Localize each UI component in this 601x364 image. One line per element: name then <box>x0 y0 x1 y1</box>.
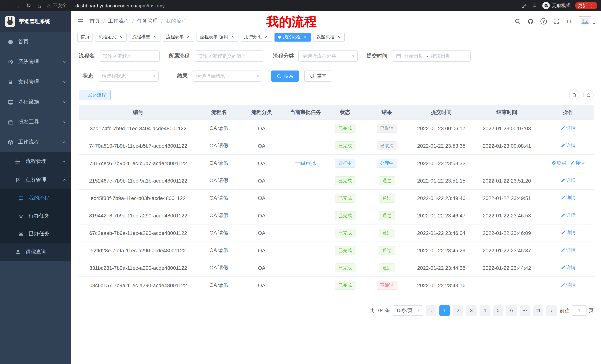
tag-start-process[interactable]: 发起流程× <box>313 32 345 41</box>
tag-process-form-edit[interactable]: 流程表单-编辑× <box>197 32 239 41</box>
search-button[interactable]: 搜索 <box>271 70 299 82</box>
sidebar-item-home[interactable]: 首页 <box>0 32 71 52</box>
page-button-2[interactable]: 2 <box>453 305 463 316</box>
prev-page-button[interactable]: ‹ <box>426 305 436 316</box>
page-size-select[interactable]: 10条/页 ▾ <box>393 305 423 316</box>
detail-link[interactable]: 详情 <box>561 282 576 288</box>
table-row: 3ad174fb-7b9d-11ec-8404-acde48001122 OA … <box>79 119 594 137</box>
cell-category: OA <box>240 189 283 207</box>
incognito-chip[interactable]: 无痕模式 <box>542 2 571 9</box>
process-definition-input[interactable] <box>194 50 264 62</box>
close-icon[interactable]: × <box>336 34 341 39</box>
more-pages-button[interactable]: ••• <box>520 305 530 316</box>
forward-icon[interactable]: → <box>14 2 21 9</box>
address-bar[interactable]: dashboard.yudao.iocoder.cn/bpm/task/my <box>75 3 165 8</box>
sidebar-item-done-task[interactable]: 已办任务 <box>0 225 71 243</box>
breadcrumb-item[interactable]: 工作流程 <box>108 18 129 25</box>
detail-link[interactable]: 详情 <box>561 143 576 149</box>
detail-link[interactable]: 详情 <box>561 177 576 184</box>
status-tag: 已完成 <box>335 176 355 185</box>
user-menu[interactable]: ▾ <box>579 16 595 26</box>
home-browser-icon[interactable]: ⌂ <box>36 2 43 9</box>
status-select[interactable]: 请选择状态 ▾ <box>98 70 159 82</box>
cell-category: OA <box>240 259 283 277</box>
search-icon[interactable] <box>514 18 521 24</box>
refresh-table-icon[interactable] <box>583 90 594 100</box>
status-tag: 已完成 <box>335 124 355 133</box>
current-task-link[interactable]: 一级审批 <box>295 160 316 166</box>
page-button-11[interactable]: 11 <box>533 305 543 316</box>
page-button-4[interactable]: 4 <box>480 305 490 316</box>
table-row: 7317cec6-7b9b-11ec-b5b7-acde48001122 OA … <box>79 154 594 172</box>
sidebar-item-devtools[interactable]: 研发工具 <box>0 112 71 132</box>
page-button-5[interactable]: 5 <box>493 305 503 316</box>
detail-link[interactable]: 详情 <box>561 195 576 201</box>
close-icon[interactable]: × <box>186 34 191 39</box>
close-icon[interactable]: × <box>230 34 235 39</box>
font-size-icon[interactable]: TT <box>566 18 572 24</box>
category-select[interactable]: 请选择流程分类 ▾ <box>298 50 358 62</box>
sidebar-item-payment[interactable]: ¥ 支付管理 <box>0 72 71 92</box>
tag-process-model[interactable]: 流程模型× <box>129 32 160 41</box>
close-icon[interactable]: × <box>152 34 157 39</box>
cube-icon <box>7 139 14 145</box>
calendar-icon <box>396 53 401 59</box>
table-toolbar: + 发起流程 <box>79 90 594 100</box>
detail-link[interactable]: 详情 <box>561 230 576 236</box>
github-icon[interactable] <box>527 18 534 24</box>
sidebar-item-system[interactable]: 系统管理 <box>0 52 71 72</box>
tag-process-form[interactable]: 流程表单× <box>163 32 194 41</box>
key-icon[interactable] <box>521 3 527 8</box>
sidebar-item-task-mgmt[interactable]: 任务管理 <box>0 171 71 189</box>
goto-page-input[interactable] <box>572 305 587 316</box>
sidebar-item-leave-query[interactable]: 请假查询 <box>0 243 71 261</box>
breadcrumb-item[interactable]: 任务管理 <box>137 18 158 25</box>
close-icon[interactable]: × <box>264 34 269 39</box>
browser-menu-icon[interactable]: ⋮ <box>590 3 594 8</box>
start-process-button[interactable]: + 发起流程 <box>79 90 111 100</box>
table-row: 03c6c157-7b9a-11ec-a290-acde48001122 OA … <box>79 277 594 294</box>
back-icon[interactable]: ← <box>4 2 10 9</box>
filter-label-name: 流程名 <box>79 53 94 59</box>
page-button-3[interactable]: 3 <box>466 305 477 316</box>
submit-time-range-picker[interactable]: 开始日期 - 结束日期 <box>392 50 471 62</box>
fullscreen-icon[interactable] <box>553 18 559 24</box>
scissors-icon <box>18 231 24 237</box>
app-logo[interactable]: 芋道管理系统 <box>0 11 71 32</box>
sidebar-item-infra[interactable]: 基础设施 <box>0 92 71 112</box>
detail-link[interactable]: 详情 <box>561 125 576 131</box>
sidebar-item-todo-task[interactable]: 待办任务 <box>0 207 71 225</box>
detail-link[interactable]: 详情 <box>561 265 576 271</box>
cell-process-id: ec45f38f-7b9a-11ec-b03b-acde48001122 <box>79 189 198 207</box>
show-search-icon[interactable] <box>569 90 580 100</box>
update-button[interactable]: 更新 ⋮ <box>575 2 597 9</box>
page-button-6[interactable]: 6 <box>506 305 517 316</box>
reload-icon[interactable]: ↻ <box>25 2 32 9</box>
next-page-button[interactable]: › <box>546 305 557 316</box>
sidebar-item-workflow[interactable]: 工作流程 <box>0 132 71 152</box>
tag-user-group[interactable]: 用户分组× <box>241 32 272 41</box>
breadcrumb-item[interactable]: 首页 <box>90 18 100 25</box>
result-select[interactable]: 请选择流结果 ▾ <box>192 70 262 82</box>
cell-status: 已完成 <box>328 224 362 241</box>
sidebar-item-my-process[interactable]: 我的流程 <box>0 189 71 207</box>
tag-home[interactable]: 首页 <box>77 32 93 41</box>
tag-my-process[interactable]: 我的流程× <box>274 32 311 41</box>
sidebar-item-process-mgmt[interactable]: 流程管理 <box>0 152 71 171</box>
tag-process-definition[interactable]: 流程定义× <box>95 32 127 41</box>
detail-link[interactable]: 详情 <box>570 160 585 166</box>
close-icon[interactable]: × <box>302 34 308 39</box>
cancel-link[interactable]: 取消 <box>551 160 566 166</box>
detail-link[interactable]: 详情 <box>561 247 576 253</box>
process-name-input[interactable] <box>99 50 160 62</box>
hamburger-icon[interactable] <box>77 18 84 24</box>
security-chip[interactable]: ⚠ 不安全 <box>47 2 67 9</box>
close-icon[interactable]: × <box>118 34 123 39</box>
filter-label-status: 状态 <box>83 73 93 79</box>
status-tag: 已完成 <box>335 141 355 150</box>
help-icon[interactable]: ? <box>541 18 547 24</box>
detail-link[interactable]: 详情 <box>561 212 576 219</box>
bookmark-star-icon[interactable]: ☆ <box>531 2 538 9</box>
page-button-1[interactable]: 1 <box>440 305 450 316</box>
reset-button[interactable]: 重置 <box>304 70 332 82</box>
